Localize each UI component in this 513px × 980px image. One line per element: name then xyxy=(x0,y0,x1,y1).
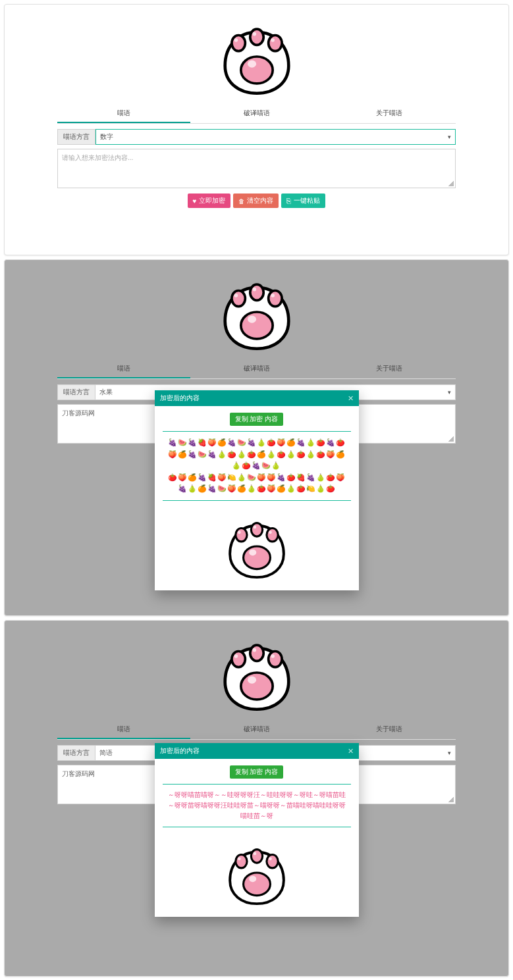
heart-icon xyxy=(193,197,197,205)
tab-about[interactable]: 关于喵语 xyxy=(323,105,456,123)
dialect-select[interactable]: 数字 ▾ xyxy=(95,129,456,145)
encrypt-button[interactable]: 立即加密 xyxy=(188,193,231,208)
result-text: 🍇🍉🍇🍓🍑🍊🍇🍉🍇🍐🍅🍑🍊🍇🍐🍅🍇🍅🍑🍊🍇🍉🍇🍐🍅🍐🍅🍊🍐🍅🍐🍅🍐🍅🍑🍊🍐🍅🍇🍉… xyxy=(163,431,351,501)
tab-decrypt[interactable]: 破译喵语 xyxy=(190,105,323,123)
chevron-down-icon: ▾ xyxy=(448,134,451,140)
tabs: 喵语 破译喵语 关于喵语 xyxy=(57,105,456,124)
copy-button[interactable]: 复制 加密 内容 xyxy=(230,413,284,426)
dialect-label: 喵语方言 xyxy=(57,129,95,145)
copy-button[interactable]: 复制 加密 内容 xyxy=(230,765,284,779)
logo-paw xyxy=(57,14,456,99)
dialect-label: 喵语方言 xyxy=(57,384,95,400)
result-text: ～呀呀喵苗喵呀～～哇呀呀呀汪～哇哇呀呀～呀哇～呀喵苗哇～呀呀苗呀喵呀呀汪哇哇呀苗… xyxy=(163,784,351,827)
panel-main: 喵语 破译喵语 关于喵语 喵语方言 数字 ▾ 请输入想来加密法内容... 立即加… xyxy=(4,4,509,255)
dialect-value: 简语 xyxy=(99,748,113,758)
tabs: 喵语 破译喵语 关于喵语 xyxy=(57,721,456,740)
tab-decrypt[interactable]: 破译喵语 xyxy=(190,360,323,378)
close-icon[interactable]: ✕ xyxy=(348,394,354,403)
placeholder-text: 请输入想来加密法内容... xyxy=(62,154,133,161)
clear-button[interactable]: 清空内容 xyxy=(233,193,279,208)
tabs: 喵语 破译喵语 关于喵语 xyxy=(57,360,456,379)
dialect-label: 喵语方言 xyxy=(57,745,95,761)
logo-paw xyxy=(163,510,351,582)
tab-encrypt[interactable]: 喵语 xyxy=(57,721,190,739)
tab-decrypt[interactable]: 破译喵语 xyxy=(190,721,323,739)
dialect-value: 水果 xyxy=(99,388,113,397)
chevron-down-icon: ▾ xyxy=(448,750,451,756)
textarea-value: 刀客源码网 xyxy=(62,409,95,417)
trash-icon xyxy=(238,197,244,205)
clear-button-label: 清空内容 xyxy=(247,196,273,205)
paste-button-label: 一键粘贴 xyxy=(294,196,320,205)
textarea-value: 刀客源码网 xyxy=(62,770,95,777)
panel-fruit: 喵语 破译喵语 关于喵语 喵语方言 水果 ▾ 刀客源码网 加密后的内容 ✕ 复制… xyxy=(4,259,509,616)
tab-encrypt[interactable]: 喵语 xyxy=(57,105,190,123)
paste-icon xyxy=(286,197,291,205)
close-icon[interactable]: ✕ xyxy=(348,747,354,756)
content-textarea[interactable]: 请输入想来加密法内容... xyxy=(57,149,456,188)
tab-encrypt[interactable]: 喵语 xyxy=(57,360,190,378)
logo-paw xyxy=(163,837,351,909)
modal-title: 加密后的内容 xyxy=(160,394,200,403)
chevron-down-icon: ▾ xyxy=(448,389,451,396)
logo-paw xyxy=(57,630,456,715)
panel-simple: 喵语 破译喵语 关于喵语 喵语方言 简语 ▾ 刀客源码网 加密后的内容 ✕ 复制… xyxy=(4,620,509,977)
tab-about[interactable]: 关于喵语 xyxy=(323,360,456,378)
encrypt-button-label: 立即加密 xyxy=(199,196,225,205)
result-modal: 加密后的内容 ✕ 复制 加密 内容 🍇🍉🍇🍓🍑🍊🍇🍉🍇🍐🍅🍑🍊🍇🍐🍅🍇🍅🍑🍊🍇🍉… xyxy=(155,390,359,590)
tab-about[interactable]: 关于喵语 xyxy=(323,721,456,739)
result-modal: 加密后的内容 ✕ 复制 加密 内容 ～呀呀喵苗喵呀～～哇呀呀呀汪～哇哇呀呀～呀哇… xyxy=(155,743,359,917)
logo-paw xyxy=(57,269,456,355)
paste-button[interactable]: 一键粘贴 xyxy=(281,193,325,208)
dialect-value: 数字 xyxy=(100,132,113,142)
modal-title: 加密后的内容 xyxy=(160,746,200,756)
